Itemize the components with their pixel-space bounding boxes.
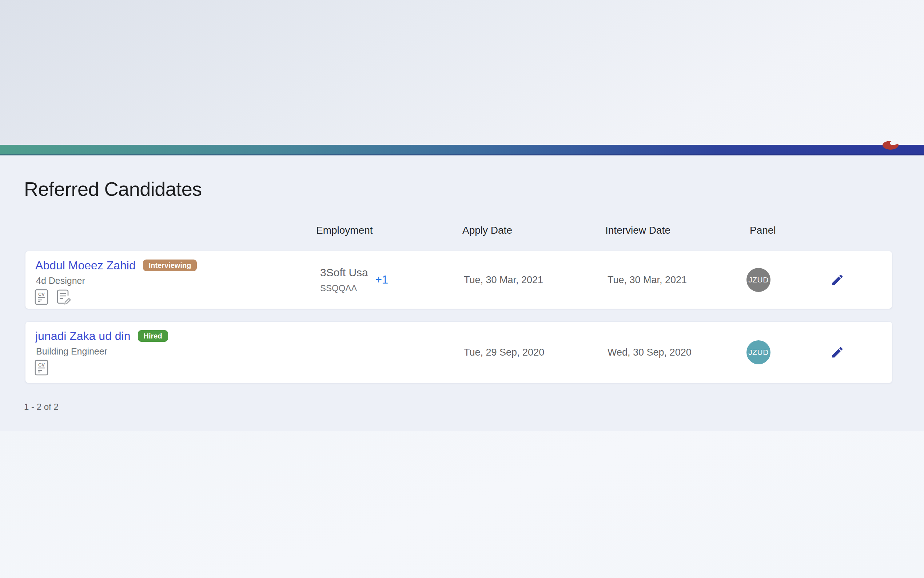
candidate-name-link[interactable]: junadi Zaka ud din xyxy=(35,330,131,343)
status-badge: Hired xyxy=(138,330,168,342)
edit-candidate-button[interactable] xyxy=(829,344,845,360)
employment-company: 3Soft Usa xyxy=(320,266,368,279)
edit-pencil-icon xyxy=(830,346,844,359)
document-actions: CV xyxy=(34,289,72,305)
candidate-name-link[interactable]: Abdul Moeez Zahid xyxy=(35,259,136,272)
column-header-interview-date: Interview Date xyxy=(605,224,670,237)
status-badge: Interviewing xyxy=(143,260,197,271)
candidate-role: 4d Designer xyxy=(36,275,85,286)
referred-candidates-page: Referred Candidates Employment Apply Dat… xyxy=(0,0,924,578)
candidate-row: junadi Zaka ud din Hired Building Engine… xyxy=(26,322,892,383)
apply-date-value: Tue, 30 Mar, 2021 xyxy=(464,274,543,286)
interview-date-value: Wed, 30 Sep, 2020 xyxy=(607,347,691,358)
edit-candidate-button[interactable] xyxy=(829,272,845,288)
edit-pencil-icon xyxy=(830,273,844,287)
candidate-name-line: Abdul Moeez Zahid Interviewing xyxy=(35,258,197,273)
column-header-apply-date: Apply Date xyxy=(462,224,512,237)
brand-gradient-bar xyxy=(0,145,924,156)
svg-text:CV: CV xyxy=(38,362,45,368)
employment-text: 3Soft Usa SSQQAA xyxy=(320,266,368,293)
employment-more-link[interactable]: +1 xyxy=(375,273,388,286)
employment-cell: 3Soft Usa SSQQAA +1 xyxy=(320,266,388,293)
pagination-range-label: 1 - 2 of 2 xyxy=(24,402,58,412)
panel-avatar[interactable]: JZUD xyxy=(746,268,770,292)
interview-date-value: Tue, 30 Mar, 2021 xyxy=(607,274,687,286)
svg-text:CV: CV xyxy=(38,292,45,297)
clipped-logo-icon xyxy=(882,140,899,149)
cv-document-icon[interactable]: CV xyxy=(34,360,49,376)
page-title: Referred Candidates xyxy=(24,178,202,200)
footer-background xyxy=(0,431,924,578)
employment-department: SSQQAA xyxy=(320,283,368,293)
top-gradient-area xyxy=(0,0,924,145)
document-actions: CV xyxy=(34,360,49,376)
column-header-panel: Panel xyxy=(750,224,776,237)
candidate-role: Building Engineer xyxy=(36,346,107,357)
notes-icon[interactable] xyxy=(57,289,72,305)
apply-date-value: Tue, 29 Sep, 2020 xyxy=(464,347,544,358)
candidate-name-line: junadi Zaka ud din Hired xyxy=(35,328,168,344)
column-header-employment: Employment xyxy=(316,224,373,237)
cv-document-icon[interactable]: CV xyxy=(34,289,49,305)
candidate-row: Abdul Moeez Zahid Interviewing 4d Design… xyxy=(26,251,892,308)
panel-avatar[interactable]: JZUD xyxy=(746,340,770,364)
